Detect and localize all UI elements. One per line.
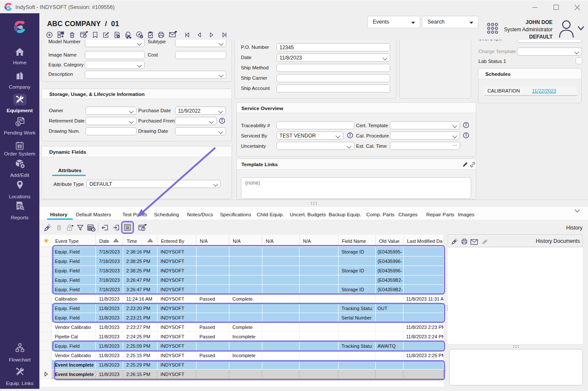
svg-text:$: $ [17,122,19,126]
